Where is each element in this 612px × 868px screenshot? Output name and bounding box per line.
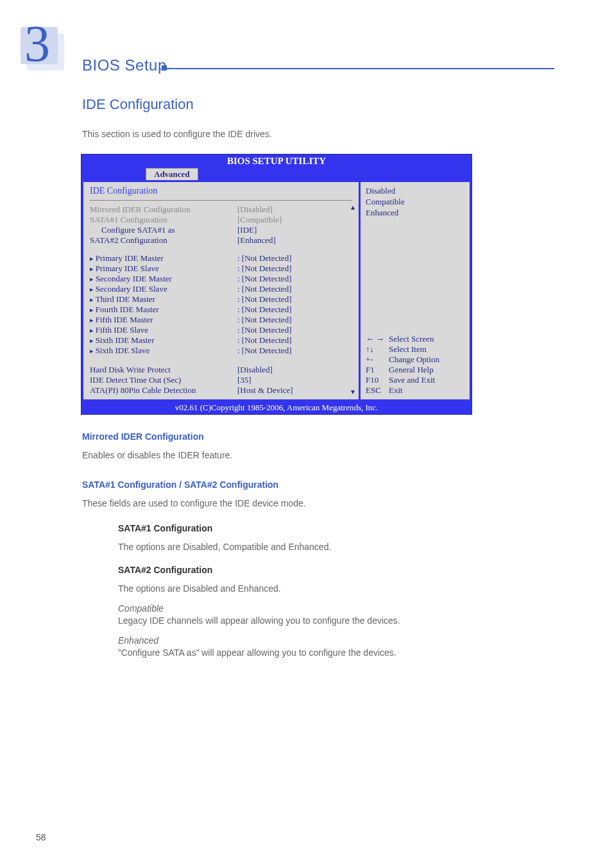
ide-item-label: Primary IDE Master <box>90 253 237 263</box>
option-value: [Host & Device] <box>237 385 359 396</box>
sata2-config-value: [Enhanced] <box>237 235 359 246</box>
divider <box>90 200 352 201</box>
ide-item[interactable]: Secondary IDE Master: [Not Detected] <box>90 274 359 284</box>
page-title: IDE Configuration <box>82 96 541 113</box>
more-options-list: Hard Disk Write Protect[Disabled]IDE Det… <box>90 365 359 396</box>
configure-sata1-as-label[interactable]: Configure SATA#1 as <box>90 225 237 235</box>
bios-setup-utility: BIOS SETUP UTILITY Advanced IDE Configur… <box>81 154 472 415</box>
bios-title: BIOS SETUP UTILITY <box>81 154 472 168</box>
nav-label: Change Option <box>389 355 464 365</box>
ide-item-label: Fourth IDE Master <box>90 305 237 315</box>
ide-item-value: : [Not Detected] <box>237 253 359 263</box>
nav-key-legend: ← →Select Screen↑↓Select Item+-Change Op… <box>366 334 464 396</box>
chapter-number: 3 <box>24 18 50 69</box>
ide-item[interactable]: Sixth IDE Slave: [Not Detected] <box>90 346 359 356</box>
nav-key: +- <box>366 355 389 365</box>
nav-key: F10 <box>366 375 389 385</box>
ide-item-label: Fifth IDE Slave <box>90 325 237 335</box>
mirrored-ider-heading: Mirrored IDER Configuration <box>82 431 541 442</box>
option-value: [Disabled] <box>237 365 359 375</box>
scroll-up-icon[interactable]: ▴ <box>351 203 355 212</box>
bios-main-panel: IDE Configuration Mirrored IDER Configur… <box>83 182 359 399</box>
sata1-sub-body: The options are Disabled, Compatible and… <box>118 540 541 554</box>
ide-item-label: Fifth IDE Master <box>90 315 237 325</box>
nav-label: Save and Exit <box>389 375 464 385</box>
ide-item[interactable]: Fifth IDE Slave: [Not Detected] <box>90 325 359 335</box>
nav-label: Exit <box>389 385 464 396</box>
ide-item-label: Primary IDE Slave <box>90 263 237 274</box>
sata2-subheading: SATA#2 Configuration <box>118 565 541 575</box>
mirrored-ider-label[interactable]: Mirrored IDER Configuration <box>90 204 237 215</box>
nav-key: ↑↓ <box>366 344 389 355</box>
sata2-sub-body: The options are Disabled and Enhanced. <box>118 581 541 596</box>
sata-config-heading: SATA#1 Configuration / SATA#2 Configurat… <box>82 480 541 490</box>
ide-item-value: : [Not Detected] <box>237 263 359 274</box>
section-label: BIOS Setup <box>82 56 167 74</box>
enhanced-body: ”Configure SATA as” will appear allowing… <box>118 646 541 660</box>
option-label[interactable]: ATA(PI) 80Pin Cable Detection <box>90 385 237 396</box>
ide-item-value: : [Not Detected] <box>237 294 359 305</box>
ide-item-value: : [Not Detected] <box>237 346 359 356</box>
ide-item-label: Third IDE Master <box>90 294 237 305</box>
ide-item-value: : [Not Detected] <box>237 305 359 315</box>
help-value: Disabled <box>366 186 464 197</box>
ide-item-value: : [Not Detected] <box>237 325 359 335</box>
panel-header: IDE Configuration <box>90 186 359 199</box>
bios-help-panel: DisabledCompatibleEnhanced ← →Select Scr… <box>361 182 470 399</box>
sata1-config-label[interactable]: SATA#1 Configuration <box>90 215 237 225</box>
tab-advanced[interactable]: Advanced <box>146 168 198 180</box>
ide-item-value: : [Not Detected] <box>237 335 359 346</box>
ide-item[interactable]: Sixth IDE Master: [Not Detected] <box>90 335 359 346</box>
section-rule <box>167 68 554 69</box>
help-value: Enhanced <box>366 208 464 219</box>
chapter-badge: 3 <box>13 13 58 74</box>
bios-tab-bar: Advanced <box>81 168 472 180</box>
ide-device-list: Primary IDE Master: [Not Detected]Primar… <box>90 253 359 356</box>
sata1-config-value: [Compatible] <box>237 215 359 225</box>
help-option-values: DisabledCompatibleEnhanced <box>366 186 464 219</box>
scroll-down-icon[interactable]: ▾ <box>351 387 355 397</box>
configure-sata1-as-value: [IDE] <box>237 225 359 235</box>
ide-item-value: : [Not Detected] <box>237 284 359 294</box>
option-label[interactable]: IDE Detect Time Out (Sec) <box>90 375 237 385</box>
enhanced-label: Enhanced <box>118 635 541 646</box>
rule-endcap-icon <box>162 65 167 71</box>
ide-item[interactable]: Primary IDE Slave: [Not Detected] <box>90 263 359 274</box>
ide-item-value: : [Not Detected] <box>237 315 359 325</box>
ide-item[interactable]: Fifth IDE Master: [Not Detected] <box>90 315 359 325</box>
ide-item[interactable]: Primary IDE Master: [Not Detected] <box>90 253 359 263</box>
option-label[interactable]: Hard Disk Write Protect <box>90 365 237 375</box>
ide-item-value: : [Not Detected] <box>237 274 359 284</box>
ide-item-label: Sixth IDE Slave <box>90 346 237 356</box>
nav-label: Select Item <box>389 344 464 355</box>
ide-item[interactable]: Secondary IDE Slave: [Not Detected] <box>90 284 359 294</box>
compatible-body: Legacy IDE channels will appear allowing… <box>118 613 541 628</box>
ide-item[interactable]: Third IDE Master: [Not Detected] <box>90 294 359 305</box>
help-value: Compatible <box>366 197 464 208</box>
nav-key: ESC <box>366 385 389 396</box>
nav-key: F1 <box>366 365 389 375</box>
option-value: [35] <box>237 375 359 385</box>
nav-key: ← → <box>366 334 389 344</box>
nav-label: General Help <box>389 365 464 375</box>
intro-text: This section is used to configure the ID… <box>82 127 541 141</box>
ide-item-label: Secondary IDE Master <box>90 274 237 284</box>
sata-config-body: These fields are used to configure the I… <box>82 496 541 510</box>
mirrored-ider-value: [Disabled] <box>237 204 359 215</box>
ide-item[interactable]: Fourth IDE Master: [Not Detected] <box>90 305 359 315</box>
ide-item-label: Sixth IDE Master <box>90 335 237 346</box>
bios-footer: v02.61 (C)Copyright 1985-2006, American … <box>81 401 472 414</box>
mirrored-ider-body: Enables or disables the IDER feature. <box>82 448 541 462</box>
nav-label: Select Screen <box>389 334 464 344</box>
sata1-subheading: SATA#1 Configuration <box>118 523 541 533</box>
page-number: 58 <box>36 832 46 842</box>
sata2-config-label[interactable]: SATA#2 Configuration <box>90 235 237 246</box>
ide-item-label: Secondary IDE Slave <box>90 284 237 294</box>
compatible-label: Compatible <box>118 603 541 613</box>
